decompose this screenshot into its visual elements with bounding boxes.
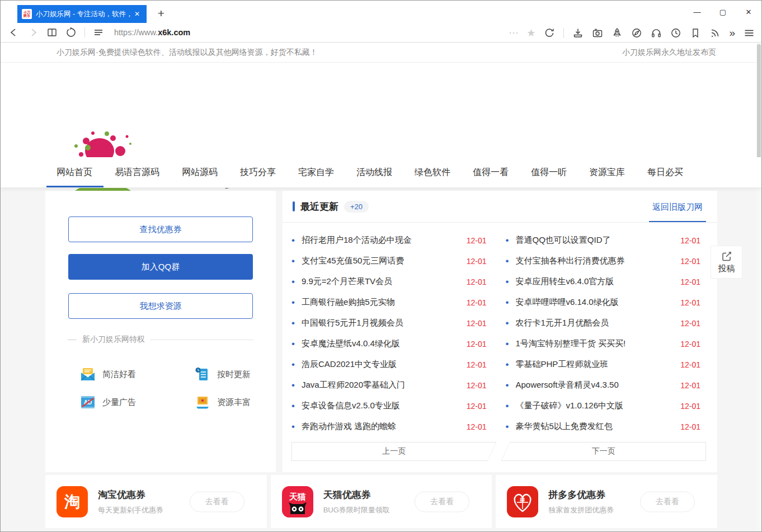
find-coupons-button[interactable]: 查找优惠券 xyxy=(68,216,253,242)
minimize-button[interactable]: — xyxy=(684,1,710,23)
update-link[interactable]: 中国银行5元开1月视频会员 xyxy=(302,318,462,328)
refresh-icon[interactable] xyxy=(544,27,555,39)
update-item[interactable]: •工商银行融e购抽5元实物12-01 xyxy=(291,292,487,313)
update-item[interactable]: •中国银行5元开1月视频会员12-01 xyxy=(291,313,487,333)
update-link[interactable]: 浩辰CAD2021中文专业版 xyxy=(302,359,462,370)
prev-page-button[interactable]: 上一页 xyxy=(291,442,497,461)
overflow-icon[interactable]: » xyxy=(729,27,735,39)
bullet-icon: • xyxy=(506,380,516,391)
forward-icon[interactable] xyxy=(27,27,39,38)
update-item[interactable]: •农行卡1元开1月优酷会员12-01 xyxy=(506,313,701,333)
update-link[interactable]: 《量子破碎》v1.0.126中文版 xyxy=(516,401,676,411)
tmall-coupon-card[interactable]: 天猫 天猫优惠券 BUG券限时限量领取 去看看 xyxy=(271,475,492,528)
update-link[interactable]: 安卓设备信息v2.5.0专业版 xyxy=(302,401,462,411)
close-button[interactable]: ✕ xyxy=(736,1,761,23)
maximize-button[interactable]: ▢ xyxy=(710,1,736,23)
download-icon[interactable] xyxy=(572,27,584,39)
pinduoduo-coupon-card[interactable]: 拼 拼多多优惠券 独家首发拼团优惠券 去看看 xyxy=(496,475,717,528)
nav-item-tips[interactable]: 技巧分享 xyxy=(240,157,276,187)
address-bar[interactable]: https://www.x6k.com xyxy=(114,28,190,37)
feature-list: 简洁好看 按时更新 AD xyxy=(80,367,276,409)
bullet-icon: • xyxy=(506,338,516,350)
boost-rocket-icon[interactable] xyxy=(612,27,623,39)
update-link[interactable]: 普通QQ也可以设置QID了 xyxy=(516,235,676,246)
update-link[interactable]: 安卓哔哩哔哩v6.14.0绿化版 xyxy=(516,297,676,308)
old-version-link[interactable]: 返回旧版刀网 xyxy=(649,202,706,222)
update-link[interactable]: 支付宝45充值50元三网话费 xyxy=(302,256,462,266)
nav-item-site-source[interactable]: 网站源码 xyxy=(182,157,218,187)
update-item[interactable]: •浩辰CAD2021中文专业版12-01 xyxy=(291,354,487,375)
nav-item-yuyan-source[interactable]: 易语言源码 xyxy=(115,157,159,187)
tab-close-icon[interactable]: ✕ xyxy=(132,10,142,18)
update-item[interactable]: •9.9元=2个月芒果TV会员12-01 xyxy=(291,271,487,292)
update-link[interactable]: 安卓应用转生v6.4.0官方版 xyxy=(516,276,676,287)
submit-post-button[interactable]: 投稿 xyxy=(711,246,742,279)
history-icon[interactable] xyxy=(65,27,77,38)
listen-headphones-icon[interactable] xyxy=(651,27,662,39)
update-link[interactable]: 支付宝抽各种出行消费优惠券 xyxy=(516,256,676,266)
coupon-title: 拼多多优惠券 xyxy=(548,488,614,501)
update-item[interactable]: •《量子破碎》v1.0.126中文版12-01 xyxy=(506,396,701,416)
update-date: 12-01 xyxy=(680,319,700,328)
new-tab-button[interactable]: + xyxy=(153,5,170,23)
reader-list-icon[interactable] xyxy=(93,27,104,38)
update-link[interactable]: 工商银行融e购抽5元实物 xyxy=(302,297,462,308)
request-resource-button[interactable]: 我想求资源 xyxy=(68,293,253,319)
update-item[interactable]: •零基础PHP工程师就业班12-01 xyxy=(506,354,701,375)
nav-item-resource-treasury[interactable]: 资源宝库 xyxy=(589,157,625,187)
update-item[interactable]: •Apowersoft录音精灵v4.3.5012-01 xyxy=(506,375,701,396)
compass-icon[interactable] xyxy=(631,27,642,39)
join-qq-group-button[interactable]: 加入QQ群 xyxy=(68,254,253,280)
update-link[interactable]: 招行老用户18个活动必中现金 xyxy=(302,235,462,246)
update-link[interactable]: 9.9元=2个月芒果TV会员 xyxy=(302,276,462,287)
update-link[interactable]: 豪华黄钻5以上免费发红包 xyxy=(516,421,676,432)
update-item[interactable]: •支付宝45充值50元三网话费12-01 xyxy=(291,251,487,271)
nav-item-daily-buy[interactable]: 每日必买 xyxy=(647,157,683,187)
update-item[interactable]: •Java工程师2020零基础入门12-01 xyxy=(291,375,487,396)
go-see-button[interactable]: 去看看 xyxy=(190,491,244,512)
update-link[interactable]: Apowersoft录音精灵v4.3.50 xyxy=(516,380,676,390)
next-page-button[interactable]: 下一页 xyxy=(501,442,707,461)
pagination: 上一页 下一页 xyxy=(291,442,706,461)
favorite-star-icon[interactable]: ★ xyxy=(526,27,535,39)
update-item[interactable]: •招行老用户18个活动必中现金12-01 xyxy=(291,230,487,251)
go-see-button[interactable]: 去看看 xyxy=(640,491,695,512)
recent-clock-icon[interactable] xyxy=(670,27,681,39)
update-item[interactable]: •奔跑动作游戏 逃跑的蟾蜍12-01 xyxy=(291,416,487,437)
update-link[interactable]: 奔跑动作游戏 逃跑的蟾蜍 xyxy=(302,421,462,432)
bullet-icon: • xyxy=(291,318,302,329)
nav-item-worth-listening[interactable]: 值得一听 xyxy=(531,157,567,187)
update-link[interactable]: Java工程师2020零基础入门 xyxy=(302,380,462,390)
update-item[interactable]: •安卓魔法壁纸v4.0.4绿化版12-01 xyxy=(291,333,487,354)
taobao-coupon-card[interactable]: 淘 淘宝优惠券 每天更新剁手优惠券 去看看 xyxy=(45,475,267,528)
more-dots-icon[interactable]: ⋯ xyxy=(509,27,518,39)
permanent-address-link[interactable]: 小刀娱乐网永久地址发布页 xyxy=(622,48,716,58)
nav-item-home[interactable]: 网站首页 xyxy=(57,157,92,187)
title-accent-bar xyxy=(293,201,295,211)
nav-item-green-software[interactable]: 绿色软件 xyxy=(415,157,450,187)
rss-feed-icon[interactable] xyxy=(709,27,721,39)
back-icon[interactable] xyxy=(8,27,20,38)
update-item[interactable]: •普通QQ也可以设置QID了12-01 xyxy=(506,230,701,251)
update-item[interactable]: •支付宝抽各种出行消费优惠券12-01 xyxy=(506,251,701,271)
update-item[interactable]: •豪华黄钻5以上免费发红包12-01 xyxy=(506,416,701,437)
update-link[interactable]: 农行卡1元开1月优酷会员 xyxy=(516,318,676,328)
nav-item-worth-watching[interactable]: 值得一看 xyxy=(473,157,509,187)
update-item[interactable]: •安卓设备信息v2.5.0专业版12-01 xyxy=(291,396,487,416)
screenshot-camera-icon[interactable] xyxy=(592,27,603,39)
updates-title: 最近更新 xyxy=(300,200,338,213)
nav-item-self-study[interactable]: 宅家自学 xyxy=(298,157,334,187)
bookmark-icon[interactable] xyxy=(690,27,701,39)
go-see-button[interactable]: 去看看 xyxy=(415,491,469,512)
coupon-section: 淘 淘宝优惠券 每天更新剁手优惠券 去看看 天猫 天猫优惠券 BUG券限时限量领… xyxy=(45,475,717,528)
reading-mode-icon[interactable] xyxy=(46,27,58,38)
browser-tab[interactable]: 小刀娱乐 小刀娱乐网 - 专注活动，软件，教程 ✕ xyxy=(17,5,147,23)
menu-icon[interactable] xyxy=(744,27,755,39)
update-link[interactable]: 安卓魔法壁纸v4.0.4绿化版 xyxy=(302,338,462,349)
update-link[interactable]: 1号淘宝特别整理干货 买买买! xyxy=(516,338,676,349)
update-item[interactable]: •1号淘宝特别整理干货 买买买!12-01 xyxy=(506,333,701,354)
update-item[interactable]: •安卓应用转生v6.4.0官方版12-01 xyxy=(506,271,701,292)
nav-item-activities[interactable]: 活动线报 xyxy=(356,157,392,187)
update-link[interactable]: 零基础PHP工程师就业班 xyxy=(516,359,676,370)
update-item[interactable]: •安卓哔哩哔哩v6.14.0绿化版12-01 xyxy=(506,292,701,313)
